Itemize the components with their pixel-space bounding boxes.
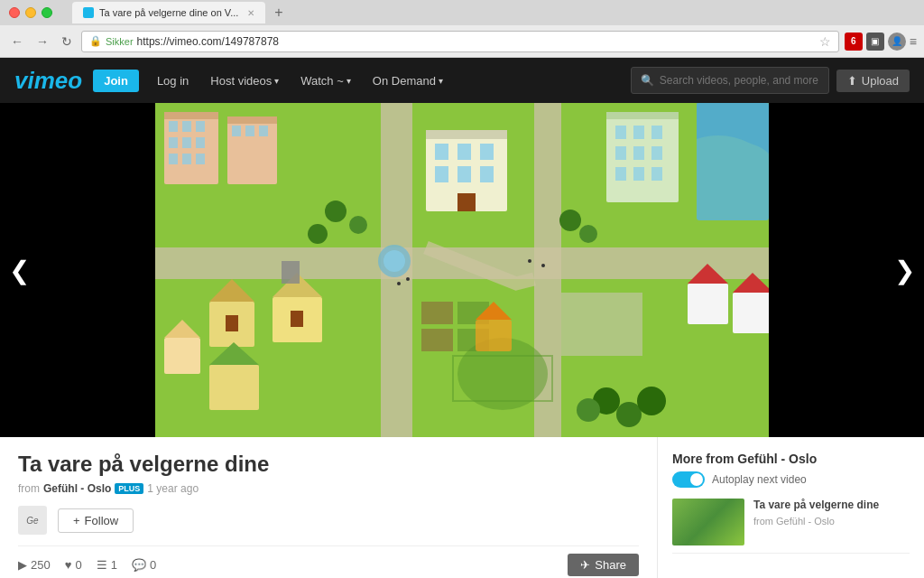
extension-icon-2[interactable]: ▣: [866, 33, 884, 51]
svg-rect-39: [226, 315, 238, 331]
tab-title: Ta vare på velgerne dine on V...: [99, 7, 238, 18]
svg-rect-15: [169, 137, 178, 148]
video-stats: ▶ 250 ♥ 0 ☰ 1 💬 0 ✈ Share: [18, 545, 639, 576]
play-icon: ▶: [18, 558, 27, 572]
svg-point-50: [349, 216, 367, 234]
svg-rect-24: [245, 126, 254, 136]
svg-rect-22: [227, 117, 277, 124]
watch-link[interactable]: Watch ~ ▾: [290, 74, 362, 88]
comments-count: 0: [150, 558, 156, 572]
svg-rect-11: [164, 112, 218, 119]
search-input[interactable]: [660, 74, 819, 87]
channel-follow-row: Ge + Follow: [18, 506, 639, 535]
svg-rect-30: [651, 126, 662, 139]
follow-plus-icon: +: [73, 514, 80, 527]
maximize-button[interactable]: [42, 7, 52, 18]
host-videos-link[interactable]: Host videos ▾: [199, 74, 290, 88]
host-videos-chevron: ▾: [274, 76, 279, 86]
minimize-button[interactable]: [25, 7, 36, 18]
svg-point-51: [308, 224, 328, 244]
forward-button[interactable]: →: [32, 33, 52, 51]
time-ago: 1 year ago: [147, 482, 199, 495]
plays-stat: ▶ 250: [18, 558, 51, 572]
tab-close-icon[interactable]: ✕: [247, 8, 254, 18]
svg-rect-61: [733, 293, 769, 333]
extension-icon-1[interactable]: 6: [845, 33, 863, 51]
svg-point-73: [383, 250, 405, 272]
title-bar: Ta vare på velgerne dine on V... ✕ +: [0, 0, 924, 25]
address-bar[interactable]: 🔒 Sikker https://vimeo.com/149787878 ☆: [81, 31, 839, 52]
search-box[interactable]: 🔍: [631, 67, 829, 94]
collections-count: 1: [111, 558, 117, 572]
svg-rect-59: [688, 284, 728, 324]
back-button[interactable]: ←: [7, 33, 27, 51]
join-button[interactable]: Join: [93, 70, 139, 92]
svg-rect-32: [633, 146, 644, 160]
from-label: from: [18, 482, 40, 495]
related-video-1[interactable]: Ta vare på velgerne dine from Gefühl - O…: [672, 499, 910, 554]
svg-rect-23: [232, 126, 241, 136]
video-scene-svg: [155, 103, 769, 437]
comments-stat: 💬 0: [132, 558, 156, 572]
refresh-button[interactable]: ↻: [58, 33, 76, 51]
user-profile-icon[interactable]: 👤: [888, 33, 906, 51]
svg-rect-31: [615, 146, 626, 160]
video-thumbnail[interactable]: [155, 103, 769, 437]
svg-rect-19: [182, 154, 191, 164]
lock-icon: 🔒: [89, 35, 102, 47]
share-button[interactable]: ✈ Share: [568, 554, 639, 576]
collection-icon: ☰: [97, 558, 107, 572]
svg-rect-65: [435, 144, 448, 160]
svg-point-56: [637, 387, 666, 415]
svg-rect-16: [182, 137, 191, 148]
video-title: Ta vare på velgerne dine: [18, 452, 639, 477]
plus-badge: PLUS: [115, 483, 143, 494]
svg-point-82: [541, 264, 545, 267]
svg-point-52: [559, 210, 581, 231]
close-button[interactable]: [9, 7, 20, 18]
below-video: Ta vare på velgerne dine from Gefühl - O…: [0, 437, 924, 578]
share-icon: ✈: [580, 558, 590, 572]
toggle-knob: [690, 473, 703, 486]
search-area: 🔍 ⬆ Upload: [631, 67, 910, 94]
svg-rect-71: [457, 193, 476, 211]
vimeo-logo[interactable]: vimeo: [14, 67, 82, 95]
toolbar-extensions: 6 ▣ 👤 ≡: [845, 33, 917, 51]
svg-point-55: [616, 402, 642, 427]
svg-rect-69: [457, 166, 471, 182]
like-icon: ♥: [65, 558, 72, 572]
autoplay-row: Autoplay next video: [672, 471, 910, 488]
browser-tab[interactable]: Ta vare på velgerne dine on V... ✕: [72, 2, 265, 23]
svg-rect-12: [169, 121, 178, 132]
on-demand-link[interactable]: On Demand ▾: [362, 74, 454, 88]
upload-button[interactable]: ⬆ Upload: [836, 70, 910, 92]
autoplay-label: Autoplay next video: [712, 473, 807, 486]
search-icon: 🔍: [641, 74, 654, 87]
new-tab-button[interactable]: +: [274, 5, 282, 21]
svg-point-53: [579, 225, 597, 243]
follow-button[interactable]: + Follow: [58, 508, 134, 533]
svg-rect-14: [196, 121, 205, 132]
svg-rect-70: [480, 166, 494, 182]
svg-point-57: [577, 398, 600, 422]
bookmark-icon[interactable]: ☆: [819, 34, 831, 49]
svg-rect-35: [633, 167, 644, 181]
svg-rect-67: [480, 144, 494, 160]
upload-icon: ⬆: [847, 74, 857, 88]
tab-favicon: [83, 7, 94, 18]
svg-rect-68: [435, 166, 448, 182]
svg-rect-18: [169, 154, 178, 164]
menu-icon[interactable]: ≡: [910, 34, 917, 49]
svg-rect-29: [633, 126, 644, 139]
autoplay-toggle[interactable]: [672, 471, 705, 488]
next-video-button[interactable]: ❯: [885, 238, 924, 303]
comment-icon: 💬: [132, 558, 146, 572]
related-info-1: Ta vare på velgerne dine from Gefühl - O…: [753, 499, 910, 545]
video-wrapper: ❮: [0, 103, 924, 437]
sidebar-title: More from Gefühl - Oslo: [672, 452, 910, 466]
login-link[interactable]: Log in: [146, 74, 199, 88]
svg-point-80: [406, 277, 410, 281]
prev-video-button[interactable]: ❮: [0, 238, 39, 303]
channel-link[interactable]: Gefühl - Oslo: [43, 482, 111, 495]
svg-rect-20: [196, 154, 205, 164]
